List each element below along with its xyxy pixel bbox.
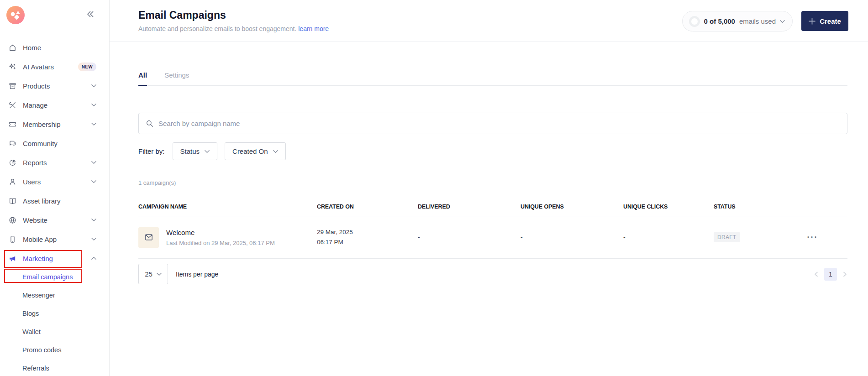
sidebar-item-manage[interactable]: Manage: [0, 95, 109, 115]
sidebar-item-label: Asset library: [23, 197, 61, 205]
sidebar-subitem-blogs[interactable]: Blogs: [0, 304, 109, 323]
unique-opens-cell: -: [521, 234, 623, 241]
collapse-sidebar-icon[interactable]: [87, 11, 94, 19]
tab-settings[interactable]: Settings: [164, 71, 189, 86]
sidebar-item-community[interactable]: Community: [0, 134, 109, 153]
tab-bar: All Settings: [138, 71, 847, 86]
chat-icon: [8, 139, 17, 148]
created-time: 06:17 PM: [317, 237, 418, 247]
sidebar-item-membership[interactable]: Membership: [0, 115, 109, 134]
chevron-down-icon: [157, 272, 162, 276]
app-logo[interactable]: [6, 6, 25, 24]
sidebar-subitem-messenger[interactable]: Messenger: [0, 286, 109, 304]
chevron-down-icon: [91, 180, 96, 183]
sidebar-item-users[interactable]: Users: [0, 172, 109, 191]
chevron-down-icon: [91, 84, 96, 88]
campaign-name-text: Welcome Last Modified on 29 Mar, 2025, 0…: [166, 229, 275, 246]
more-options-icon[interactable]: ···: [778, 235, 847, 240]
globe-icon: [8, 216, 17, 225]
status-badge: DRAFT: [714, 232, 740, 242]
email-usage-dropdown[interactable]: 0 of 5,000 emails used: [682, 11, 793, 31]
subtitle-text: Automate and personalize emails to boost…: [138, 25, 296, 32]
sidebar-item-label: Home: [23, 44, 41, 52]
chevron-down-icon: [780, 20, 785, 23]
chevron-down-icon: [205, 150, 210, 153]
campaign-type-icon-box: [138, 227, 159, 248]
sidebar-subitem-email-campaigns[interactable]: Email campaigns: [0, 268, 109, 286]
created-on-filter-dropdown[interactable]: Created On: [225, 142, 286, 160]
usage-count: 0 of 5,000: [704, 17, 735, 25]
per-page-value: 25: [145, 270, 153, 278]
sidebar-item-products[interactable]: Products: [0, 76, 109, 95]
sidebar-subitem-promo-codes[interactable]: Promo codes: [0, 341, 109, 359]
previous-page-icon[interactable]: [814, 272, 819, 277]
book-icon: [8, 197, 17, 205]
sidebar-nav: Home AI Avatars NEW Products Manage Memb…: [0, 38, 109, 376]
created-on-cell: 29 Mar, 2025 06:17 PM: [317, 227, 418, 247]
status-filter-dropdown[interactable]: Status: [173, 142, 218, 160]
sidebar-item-label: Website: [23, 216, 47, 224]
sidebar-header: [0, 0, 109, 30]
subitem-label: Messenger: [22, 292, 55, 299]
search-icon: [146, 120, 153, 127]
campaign-name[interactable]: Welcome: [166, 229, 275, 236]
sidebar-item-label: Users: [23, 178, 41, 186]
page-number[interactable]: 1: [824, 268, 837, 281]
page-header: Email Campaigns Automate and personalize…: [110, 0, 868, 42]
next-page-icon[interactable]: [842, 272, 847, 277]
sidebar-item-label: Reports: [23, 159, 47, 167]
learn-more-link[interactable]: learn more: [298, 25, 329, 32]
subitem-label: Promo codes: [22, 346, 61, 354]
filter-row: Filter by: Status Created On: [138, 142, 847, 160]
chevron-down-icon: [91, 237, 96, 241]
chevron-down-icon: [91, 122, 96, 126]
sidebar-item-label: Manage: [23, 101, 47, 109]
subitem-label: Email campaigns: [22, 273, 73, 281]
delivered-cell: -: [418, 234, 521, 241]
sidebar-item-ai-avatars[interactable]: AI Avatars NEW: [0, 57, 109, 76]
created-on-filter-label: Created On: [232, 147, 268, 155]
sidebar-item-marketing[interactable]: Marketing: [0, 249, 109, 268]
sidebar-subitem-wallet[interactable]: Wallet: [0, 323, 109, 341]
campaign-count: 1 campaign(s): [138, 179, 847, 186]
sidebar-subitem-referrals[interactable]: Referrals: [0, 359, 109, 376]
sidebar-item-mobile-app[interactable]: Mobile App: [0, 230, 109, 249]
subitem-label: Wallet: [22, 328, 41, 335]
tab-all[interactable]: All: [138, 71, 147, 86]
column-header-status: STATUS: [714, 204, 778, 210]
status-cell: DRAFT: [714, 232, 778, 242]
plus-icon: [809, 18, 815, 25]
create-button[interactable]: Create: [801, 11, 848, 31]
pagination-row: 25 Items per page 1: [138, 264, 847, 284]
search-box: [138, 113, 847, 134]
ticket-icon: [8, 120, 17, 129]
sidebar-item-label: Mobile App: [23, 235, 57, 243]
campaign-name-cell: Welcome Last Modified on 29 Mar, 2025, 0…: [138, 227, 317, 248]
user-icon: [8, 178, 17, 186]
column-header-delivered: DELIVERED: [418, 204, 521, 210]
items-per-page-dropdown[interactable]: 25: [138, 264, 168, 284]
chevron-down-icon: [91, 218, 96, 222]
column-header-campaign-name: CAMPAIGN NAME: [138, 204, 317, 210]
sidebar-item-asset-library[interactable]: Asset library: [0, 191, 109, 210]
pie-chart-icon: [8, 158, 17, 167]
column-header-created-on: CREATED ON: [317, 204, 418, 210]
chevron-down-icon: [91, 103, 96, 107]
tools-icon: [8, 101, 17, 110]
usage-progress-ring-icon: [689, 16, 700, 27]
phone-icon: [8, 235, 17, 244]
sidebar-item-home[interactable]: Home: [0, 38, 109, 57]
chevron-down-icon: [91, 161, 96, 164]
sidebar-item-reports[interactable]: Reports: [0, 153, 109, 172]
sidebar-item-website[interactable]: Website: [0, 210, 109, 230]
create-button-label: Create: [820, 17, 841, 25]
sidebar-item-label: Marketing: [23, 255, 53, 262]
search-input[interactable]: [158, 120, 840, 127]
filter-by-label: Filter by:: [138, 147, 165, 155]
marketing-submenu: Email campaigns Messenger Blogs Wallet P…: [0, 268, 109, 376]
sidebar-item-label: Products: [23, 82, 50, 90]
home-icon: [8, 43, 17, 52]
new-badge: NEW: [78, 63, 96, 71]
usage-label: emails used: [739, 17, 776, 25]
table-row[interactable]: Welcome Last Modified on 29 Mar, 2025, 0…: [138, 216, 847, 259]
